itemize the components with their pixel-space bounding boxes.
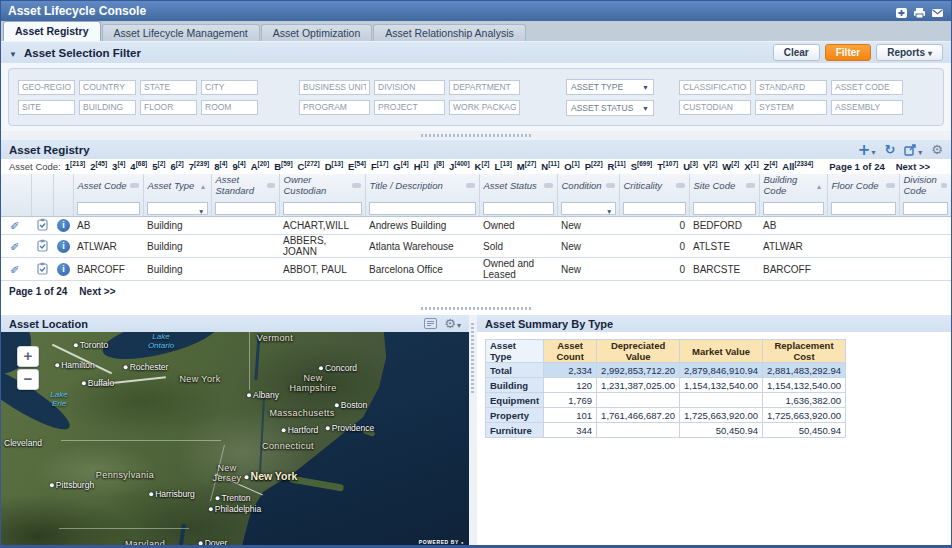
index-link-i[interactable]: I[8]: [434, 160, 445, 172]
sort-icon[interactable]: [352, 183, 360, 188]
column-filter-owner-custodian[interactable]: [283, 202, 362, 215]
next-page-link[interactable]: Next >>: [896, 161, 930, 172]
horizontal-splitter[interactable]: [1, 131, 951, 140]
edit-pencil-icon[interactable]: [10, 241, 23, 250]
index-link-7[interactable]: 7[239]: [189, 160, 209, 172]
asset-status-select[interactable]: ASSET STATUS: [566, 100, 654, 116]
index-link-4[interactable]: 4[68]: [130, 160, 147, 172]
filter-input-program[interactable]: [299, 100, 370, 115]
index-link-6[interactable]: 6[2]: [170, 160, 183, 172]
sort-icon[interactable]: [886, 183, 895, 188]
index-link-b[interactable]: B[59]: [274, 160, 292, 172]
filter-input-geo-region[interactable]: [18, 80, 75, 95]
map-settings-button[interactable]: [444, 317, 461, 331]
vertical-splitter[interactable]: [469, 315, 477, 548]
add-asset-button[interactable]: [858, 140, 876, 159]
index-link-t[interactable]: T[107]: [657, 160, 678, 172]
index-link-k[interactable]: K[2]: [475, 160, 490, 172]
gear-icon[interactable]: [931, 143, 943, 156]
column-filter-floor-code[interactable]: [831, 202, 896, 215]
filter-input-classification[interactable]: [679, 80, 751, 95]
index-link-a[interactable]: A[20]: [251, 160, 269, 172]
filter-input-custodian[interactable]: [679, 100, 751, 115]
index-link-x[interactable]: X[1]: [744, 160, 758, 172]
info-icon[interactable]: i: [57, 219, 70, 232]
asset-type-select[interactable]: ASSET TYPE: [566, 79, 654, 95]
index-link-d[interactable]: D[13]: [325, 160, 343, 172]
column-filter-asset-standard[interactable]: [215, 202, 276, 215]
filter-input-room[interactable]: [201, 100, 258, 115]
clipboard-check-icon[interactable]: [37, 218, 48, 231]
zoom-out-button[interactable]: −: [17, 369, 39, 390]
sort-icon[interactable]: [466, 183, 475, 188]
legend-icon[interactable]: [424, 318, 437, 329]
index-link-3[interactable]: 3[4]: [112, 160, 125, 172]
index-link-j[interactable]: J[400]: [449, 160, 469, 172]
sort-ascending-icon[interactable]: [816, 180, 823, 191]
index-link-p[interactable]: P[22]: [585, 160, 603, 172]
index-link-1[interactable]: 1[213]: [65, 160, 85, 172]
info-icon[interactable]: i: [57, 240, 70, 253]
index-link-v[interactable]: V[2]: [703, 160, 717, 172]
index-link-5[interactable]: 5[2]: [152, 160, 165, 172]
filter-button[interactable]: Filter: [825, 44, 871, 61]
horizontal-splitter[interactable]: [1, 302, 951, 315]
clipboard-check-icon[interactable]: [37, 239, 48, 252]
tab-asset-relationship-analysis[interactable]: Asset Relationship Analysis: [373, 24, 525, 41]
filter-input-project[interactable]: [374, 100, 445, 115]
index-link-l[interactable]: L[13]: [494, 160, 511, 172]
index-link-z[interactable]: Z[4]: [764, 160, 778, 172]
sort-icon[interactable]: [746, 183, 755, 188]
filter-input-system[interactable]: [755, 100, 827, 115]
index-link-h[interactable]: H[1]: [414, 160, 429, 172]
edit-pencil-icon[interactable]: [10, 264, 23, 273]
index-link-e[interactable]: E[54]: [348, 160, 366, 172]
filter-input-business-unit[interactable]: [299, 80, 370, 95]
sort-ascending-icon[interactable]: [200, 180, 207, 191]
edit-pencil-icon[interactable]: [10, 221, 23, 230]
filter-input-site[interactable]: [18, 100, 75, 115]
filter-input-floor[interactable]: [140, 100, 197, 115]
sort-icon[interactable]: [606, 183, 615, 188]
column-filter-division-code[interactable]: [903, 202, 948, 215]
info-icon[interactable]: i: [57, 263, 70, 276]
column-filter-building-code[interactable]: [763, 202, 824, 215]
filter-input-asset-code[interactable]: [831, 80, 903, 95]
filter-input-building[interactable]: [79, 100, 136, 115]
export-button[interactable]: [904, 141, 922, 159]
filter-input-city[interactable]: [201, 80, 258, 95]
sort-icon[interactable]: [941, 183, 947, 188]
index-link-n[interactable]: N[11]: [541, 160, 559, 172]
tab-asset-optimization[interactable]: Asset Optimization: [261, 24, 373, 41]
column-filter-asset-code[interactable]: [77, 202, 140, 215]
sort-icon[interactable]: [676, 183, 685, 188]
clear-button[interactable]: Clear: [773, 44, 820, 61]
index-link-f[interactable]: F[17]: [371, 160, 388, 172]
print-icon[interactable]: [913, 5, 926, 17]
add-window-icon[interactable]: [895, 5, 908, 17]
index-link-c[interactable]: C[272]: [298, 160, 320, 172]
sort-icon[interactable]: [544, 183, 553, 188]
index-link-2[interactable]: 2[45]: [90, 160, 107, 172]
sort-icon[interactable]: [130, 183, 139, 188]
clipboard-check-icon[interactable]: [37, 262, 48, 275]
column-filter-title-description[interactable]: [369, 202, 476, 215]
next-page-link[interactable]: Next >>: [79, 286, 115, 302]
index-link-all[interactable]: All[2334]: [782, 160, 813, 172]
index-link-9[interactable]: 9[4]: [232, 160, 245, 172]
index-link-s[interactable]: S[699]: [631, 160, 653, 172]
zoom-in-button[interactable]: +: [17, 346, 39, 367]
filter-input-work-package[interactable]: [449, 100, 520, 115]
filter-input-country[interactable]: [79, 80, 136, 95]
reports-button[interactable]: Reports: [876, 44, 943, 61]
index-link-w[interactable]: W[2]: [722, 160, 739, 172]
index-link-u[interactable]: U[3]: [683, 160, 698, 172]
index-link-r[interactable]: R[11]: [608, 160, 626, 172]
filter-input-department[interactable]: [449, 80, 520, 95]
tab-asset-registry[interactable]: Asset Registry: [3, 21, 101, 41]
column-filter-asset-status[interactable]: [483, 202, 554, 215]
refresh-icon[interactable]: [884, 144, 895, 156]
mail-icon[interactable]: [931, 5, 944, 17]
tab-asset-lifecycle-management[interactable]: Asset Lifecycle Management: [102, 24, 260, 41]
filter-input-assembly[interactable]: [831, 100, 903, 115]
